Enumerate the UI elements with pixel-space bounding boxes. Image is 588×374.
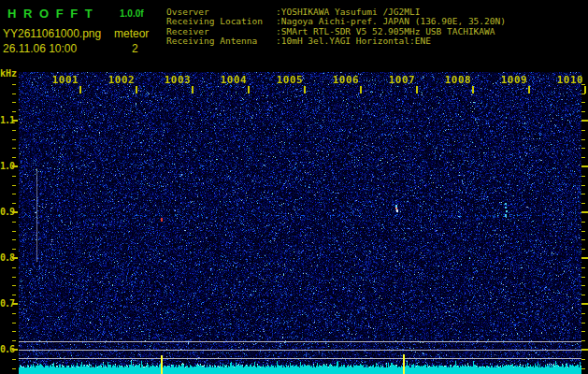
station-row: Receiving Antenna:10mH 3el.YAGI Horizont… xyxy=(166,36,506,46)
freq-minor-tick-right xyxy=(581,239,585,240)
freq-major-tick-right xyxy=(581,165,588,167)
freq-minor-tick xyxy=(12,231,16,232)
time-label-1005: 1005 xyxy=(273,75,307,85)
app-version: 1.0.0f xyxy=(120,8,144,19)
freq-minor-tick-right xyxy=(581,203,585,204)
freq-minor-tick xyxy=(12,313,16,314)
freq-minor-tick xyxy=(12,130,16,131)
freq-minor-tick xyxy=(12,176,16,177)
datetime-label: 26.11.06 10:00 xyxy=(3,42,77,55)
freq-minor-tick xyxy=(12,359,16,360)
freq-major-tick xyxy=(12,165,18,167)
freq-label-0.8: 0.8 xyxy=(0,252,12,264)
freq-major-tick-right xyxy=(581,257,588,259)
freq-minor-tick xyxy=(12,139,16,140)
time-tick xyxy=(472,86,474,94)
freq-minor-tick xyxy=(12,222,16,223)
freq-major-tick xyxy=(12,257,18,259)
freq-minor-tick-right xyxy=(581,194,585,194)
freq-minor-tick-right xyxy=(581,295,585,295)
time-tick xyxy=(79,86,81,94)
spectrogram-canvas xyxy=(19,72,581,374)
station-row-value: :10mH 3el.YAGI Horizontal:ENE xyxy=(276,36,431,46)
freq-minor-tick xyxy=(12,148,16,149)
time-tick xyxy=(192,86,194,94)
time-label-1004: 1004 xyxy=(217,75,251,85)
freq-minor-tick-right xyxy=(581,222,585,223)
freq-minor-tick-right xyxy=(581,323,585,324)
freq-major-tick xyxy=(12,211,18,213)
freq-minor-tick xyxy=(12,102,16,103)
freq-minor-tick xyxy=(12,194,16,194)
freq-minor-tick-right xyxy=(581,285,585,286)
time-tick xyxy=(528,86,530,94)
time-label-1010: 1010 xyxy=(553,75,587,85)
freq-major-tick-right xyxy=(581,120,588,122)
freq-minor-tick-right xyxy=(581,331,585,332)
app-title: H R O F F T xyxy=(7,7,94,21)
freq-minor-tick xyxy=(12,111,16,112)
time-label-1009: 1009 xyxy=(497,75,531,85)
freq-label-0.7: 0.7 xyxy=(0,298,12,309)
time-label-1003: 1003 xyxy=(161,75,194,85)
vertical-trace xyxy=(36,168,37,262)
freq-minor-tick-right xyxy=(581,185,585,186)
freq-minor-tick-right xyxy=(581,231,585,232)
time-tick xyxy=(136,86,137,94)
freq-minor-tick-right xyxy=(581,148,585,149)
reference-line xyxy=(19,358,581,359)
freq-major-tick xyxy=(12,303,18,305)
time-tick xyxy=(360,86,362,94)
freq-minor-tick xyxy=(12,185,16,186)
freq-minor-tick xyxy=(12,239,16,240)
time-tick xyxy=(584,86,586,94)
freq-minor-tick-right xyxy=(581,313,585,314)
freq-minor-tick xyxy=(12,368,16,369)
freq-minor-tick xyxy=(12,157,16,158)
time-label-1001: 1001 xyxy=(49,75,82,85)
freq-minor-tick-right xyxy=(581,359,585,360)
freq-minor-tick xyxy=(12,295,16,295)
freq-minor-tick xyxy=(12,340,16,341)
freq-major-tick-right xyxy=(581,303,588,305)
freq-major-tick-right xyxy=(581,211,588,213)
freq-minor-tick-right xyxy=(581,139,585,140)
freq-minor-tick-right xyxy=(581,157,585,158)
time-label-1002: 1002 xyxy=(105,75,138,85)
reference-line xyxy=(19,350,581,351)
time-tick xyxy=(304,86,306,94)
freq-label-0.6: 0.6 xyxy=(0,344,12,355)
freq-minor-tick-right xyxy=(581,130,585,131)
echo-spike xyxy=(403,354,405,374)
freq-minor-tick xyxy=(12,203,16,204)
time-label-1007: 1007 xyxy=(385,75,419,85)
time-label-1008: 1008 xyxy=(441,75,475,85)
hrofft-screen: H R O F F T 1.0.0f YY2611061000.png mete… xyxy=(0,0,588,374)
freq-label-1.0: 1.0 xyxy=(0,161,12,172)
mode-label: meteor xyxy=(114,27,149,40)
freq-minor-tick xyxy=(12,285,16,286)
freq-minor-tick-right xyxy=(581,94,585,94)
freq-major-tick xyxy=(12,120,18,122)
time-label-1006: 1006 xyxy=(329,75,363,85)
station-info: Ovserver:YOSHIKAWA Yasufumi /JG2MLIRecei… xyxy=(166,7,506,47)
freq-minor-tick xyxy=(12,267,16,268)
echo-spike xyxy=(161,355,163,374)
freq-minor-tick xyxy=(12,277,16,278)
reference-line xyxy=(19,341,581,342)
freq-major-tick xyxy=(12,349,18,351)
freq-minor-tick-right xyxy=(581,277,585,278)
freq-minor-tick-right xyxy=(581,267,585,268)
freq-minor-tick-right xyxy=(581,368,585,369)
freq-minor-tick-right xyxy=(581,176,585,177)
freq-minor-tick xyxy=(12,323,16,324)
freq-minor-tick-right xyxy=(581,340,585,341)
freq-label-1.1: 1.1 xyxy=(0,115,12,126)
freq-major-tick-right xyxy=(581,349,588,351)
freq-minor-tick-right xyxy=(581,249,585,250)
freq-minor-tick xyxy=(12,94,16,94)
station-row-label: Receiving Antenna xyxy=(166,36,276,46)
freq-minor-tick-right xyxy=(581,102,585,103)
freq-minor-tick xyxy=(12,249,16,250)
time-tick xyxy=(416,86,418,94)
